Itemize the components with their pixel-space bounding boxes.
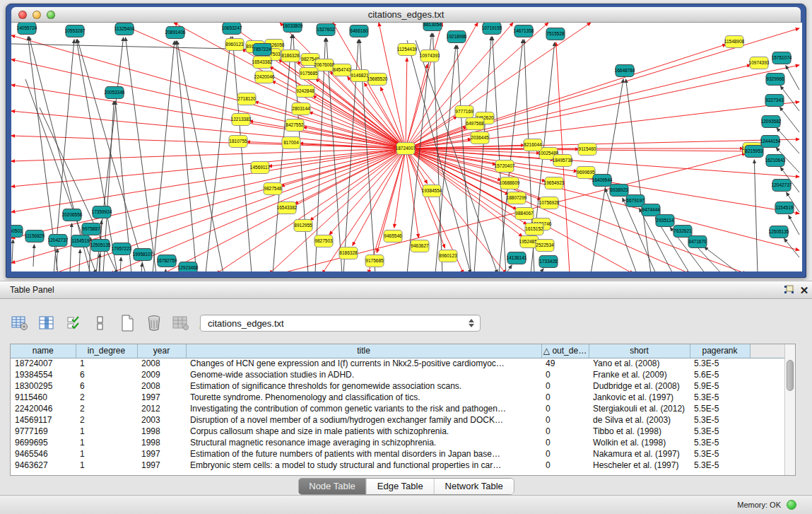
- table-cell[interactable]: Wolkin et al. (1998): [589, 437, 690, 448]
- column-header-name[interactable]: name: [11, 344, 76, 358]
- graph-node[interactable]: 8813054: [423, 23, 442, 31]
- graph-node[interactable]: 18495738: [553, 155, 573, 167]
- graph-node[interactable]: 17957223: [112, 243, 132, 255]
- graph-node[interactable]: 16782759: [157, 255, 177, 267]
- graph-node[interactable]: 1615152: [525, 223, 543, 235]
- graph-node[interactable]: 16409544: [592, 175, 613, 187]
- graph-node[interactable]: 9975887: [82, 223, 100, 235]
- table-cell[interactable]: 0: [541, 426, 589, 437]
- table-cell[interactable]: 1998: [137, 437, 186, 448]
- graph-node[interactable]: 19384554: [422, 185, 442, 197]
- graph-node[interactable]: 16543382: [277, 202, 298, 214]
- table-row[interactable]: 911546021997Tourette syndrome. Phenomeno…: [11, 392, 784, 403]
- graph-node[interactable]: 1733426: [539, 256, 558, 268]
- graph-node[interactable]: 12093582: [761, 116, 782, 128]
- graph-node[interactable]: 14136141: [507, 252, 527, 264]
- graph-node[interactable]: 14671358: [514, 25, 534, 37]
- table-row[interactable]: 969969511998Structural magnetic resonanc…: [11, 437, 784, 448]
- graph-node[interactable]: 1527602: [317, 24, 335, 36]
- table-cell[interactable]: 1: [76, 448, 137, 460]
- table-cell[interactable]: 0: [541, 392, 589, 403]
- memory-status-icon[interactable]: [787, 500, 796, 510]
- table-cell[interactable]: 2003: [137, 414, 186, 426]
- graph-node[interactable]: 22420046: [254, 71, 275, 83]
- graph-node[interactable]: 6679197: [626, 195, 645, 207]
- table-cell[interactable]: 1: [76, 437, 137, 448]
- table-cell[interactable]: 1: [76, 358, 137, 369]
- graph-node[interactable]: 11325404: [114, 23, 135, 35]
- column-header-short[interactable]: short: [589, 344, 690, 358]
- create-column-button[interactable]: [117, 313, 137, 333]
- table-cell[interactable]: Disruption of a novel member of a sodium…: [186, 414, 541, 426]
- float-panel-button[interactable]: [781, 284, 796, 296]
- table-cell[interactable]: 0: [541, 369, 589, 380]
- graph-node[interactable]: 7632621: [673, 226, 692, 238]
- table-cell[interactable]: 6: [76, 369, 137, 380]
- graph-node[interactable]: 12444154: [760, 136, 781, 148]
- column-header-out_de[interactable]: △ out_de…: [541, 344, 589, 358]
- table-cell[interactable]: 2009: [137, 369, 186, 380]
- table-cell[interactable]: 19384554: [11, 369, 76, 380]
- graph-node[interactable]: 2803144: [292, 103, 310, 115]
- graph-node[interactable]: 18724007: [396, 143, 416, 155]
- graph-node[interactable]: 9777169: [455, 106, 473, 118]
- graph-node[interactable]: 14055724: [17, 23, 37, 35]
- graph-node[interactable]: 2935114: [656, 215, 674, 227]
- table-cell[interactable]: 1998: [137, 426, 186, 437]
- graph-node[interactable]: 11156829: [25, 230, 45, 243]
- graph-node[interactable]: 7515528: [546, 28, 565, 40]
- table-selector-dropdown[interactable]: citations_edges.txt: [200, 315, 481, 332]
- table-cell[interactable]: Genome-wide association studies in ADHD.: [186, 369, 541, 380]
- graph-node[interactable]: 8427552: [286, 119, 304, 132]
- graph-node[interactable]: 8186328: [281, 50, 300, 62]
- graph-node[interactable]: 16033809: [283, 23, 303, 33]
- table-row[interactable]: 1830029562008Estimation of significance …: [11, 380, 784, 392]
- graph-node[interactable]: 9699695: [577, 167, 595, 179]
- table-cell[interactable]: 0: [541, 380, 589, 392]
- table-cell[interactable]: 9777169: [11, 426, 76, 437]
- graph-node[interactable]: 10653247: [222, 23, 242, 35]
- table-cell[interactable]: Embryonic stem cells: a model to study s…: [186, 460, 541, 471]
- table-scrollbar-thumb[interactable]: [787, 360, 794, 391]
- table-cell[interactable]: 2: [76, 403, 137, 414]
- table-cell[interactable]: Estimation of the future numbers of pati…: [186, 448, 541, 460]
- graph-node[interactable]: 12505135: [769, 226, 789, 238]
- table-cell[interactable]: Corpus callosum shape and size in male p…: [186, 426, 541, 437]
- graph-node[interactable]: 9115460: [578, 144, 596, 156]
- table-options-button[interactable]: [10, 313, 30, 333]
- tab-node-table[interactable]: Node Table: [298, 479, 367, 494]
- table-cell[interactable]: 18300295: [11, 380, 76, 392]
- column-header-in_degree[interactable]: in_degree: [76, 344, 137, 358]
- show-columns-button[interactable]: [37, 313, 57, 333]
- graph-node[interactable]: 18807299: [507, 192, 527, 204]
- table-cell[interactable]: Yano et al. (2008): [589, 358, 690, 369]
- table-cell[interactable]: Jankovic et al. (1997): [589, 392, 690, 403]
- table-cell[interactable]: Stergiakouli et al. (2012): [589, 403, 690, 414]
- table-cell[interactable]: 9699695: [11, 437, 76, 448]
- table-row[interactable]: 946362711997Embryonic stem cells: a mode…: [11, 460, 784, 471]
- graph-node[interactable]: 2718120: [237, 93, 256, 105]
- table-cell[interactable]: 9465546: [11, 448, 76, 460]
- graph-node[interactable]: 10719155: [482, 23, 502, 35]
- table-cell[interactable]: Franke et al. (2009): [589, 369, 690, 380]
- graph-node[interactable]: 9884067: [515, 208, 534, 220]
- graph-node[interactable]: 8471670: [688, 236, 707, 248]
- table-row[interactable]: 977716911998Corpus callosum shape and si…: [11, 426, 784, 437]
- delete-table-button[interactable]: [171, 313, 191, 333]
- graph-node[interactable]: 8215953: [745, 146, 763, 158]
- table-cell[interactable]: 18724007: [11, 358, 76, 369]
- graph-node[interactable]: 10688609: [500, 177, 520, 189]
- graph-node[interactable]: 12213383: [231, 114, 252, 126]
- table-cell[interactable]: 0: [541, 460, 589, 471]
- graph-node[interactable]: 9175685: [300, 68, 318, 80]
- graph-node[interactable]: 9329966: [766, 74, 784, 86]
- graph-node[interactable]: 9827548: [264, 183, 282, 195]
- graph-node[interactable]: 2522534: [536, 240, 554, 252]
- table-cell[interactable]: Hescheler et al. (1997): [589, 460, 690, 471]
- table-cell[interactable]: 5.3E-5: [690, 392, 750, 403]
- column-header-title[interactable]: title: [186, 344, 541, 358]
- graph-node[interactable]: 8454743: [333, 64, 351, 76]
- table-row[interactable]: 1938455462009Genome-wide association stu…: [11, 369, 784, 380]
- table-cell[interactable]: 2: [76, 392, 137, 403]
- graph-node[interactable]: 19218986: [447, 31, 467, 43]
